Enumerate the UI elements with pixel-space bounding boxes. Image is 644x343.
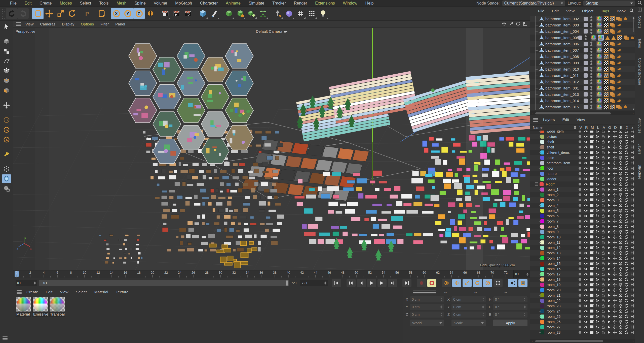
layer-render-icon[interactable] <box>589 309 594 313</box>
layer-deformers-icon[interactable] <box>618 330 623 334</box>
layer-manager-visibility-icon[interactable] <box>594 246 600 250</box>
layer-render-icon[interactable] <box>589 131 594 133</box>
layer-view-icon[interactable] <box>583 293 589 297</box>
layer-expressions-icon[interactable] <box>623 193 629 197</box>
layer-manager-menu-icon[interactable] <box>533 117 538 122</box>
layer-lock-icon[interactable] <box>600 135 606 139</box>
uvw-tag-icon[interactable] <box>604 23 609 27</box>
layer-generators-icon[interactable] <box>612 240 618 244</box>
material-tag-icon[interactable] <box>596 73 602 78</box>
convert-selection-tool-button[interactable] <box>2 23 11 31</box>
layer-name[interactable]: Room <box>546 182 577 186</box>
object-name[interactable]: bathroom_item_015 <box>545 105 584 109</box>
visibility-dots[interactable] <box>590 73 592 78</box>
layer-manager-visibility-icon[interactable] <box>594 135 600 139</box>
layer-color-chip[interactable] <box>584 105 588 109</box>
layer-color-chip[interactable] <box>584 99 588 103</box>
layer-color-chip[interactable] <box>584 29 588 34</box>
layer-lock-icon[interactable] <box>600 214 606 218</box>
layer-animation-icon[interactable] <box>606 188 612 192</box>
layer-generators-icon[interactable] <box>612 230 618 234</box>
layer-deformers-icon[interactable] <box>618 188 623 192</box>
object-list-hscrollbar[interactable]: ‹› <box>530 111 635 115</box>
layer-animation-icon[interactable] <box>606 288 612 292</box>
display-tag-icon[interactable] <box>617 73 621 78</box>
layer-render-icon[interactable] <box>589 240 594 244</box>
object-name[interactable]: bathroom_item_014 <box>545 99 584 103</box>
layer-expressions-icon[interactable] <box>623 240 629 244</box>
layer-row[interactable]: room_26 <box>530 319 635 324</box>
layer-generators-icon[interactable] <box>612 219 618 223</box>
layer-row[interactable]: picture <box>530 134 635 139</box>
texture-mode-button[interactable] <box>2 47 11 56</box>
layer-generators-icon[interactable] <box>612 166 618 170</box>
layer-color-chip[interactable] <box>584 80 588 84</box>
menu-volume[interactable]: Volume <box>150 1 171 5</box>
viewport-menu-filter[interactable]: Filter <box>97 22 112 26</box>
layer-lock-icon[interactable] <box>600 209 606 213</box>
layer-render-icon[interactable] <box>589 288 594 292</box>
toggle-view-icon[interactable] <box>523 21 527 27</box>
uvw-tag-icon[interactable] <box>604 54 609 59</box>
layer-animation-icon[interactable] <box>606 156 612 160</box>
layer-name[interactable]: shelf <box>547 145 577 149</box>
layer-xref-icon[interactable] <box>629 172 635 176</box>
toggle-preview-range-button[interactable] <box>518 279 527 287</box>
layer-manager-visibility-icon[interactable] <box>594 293 600 297</box>
layer-lock-icon[interactable] <box>600 225 606 229</box>
material-menu-create[interactable]: Create <box>23 290 42 294</box>
layer-lock-icon[interactable] <box>600 246 606 250</box>
object-row[interactable]: bathroom_item_002 <box>530 16 635 22</box>
layer-manager-visibility-icon[interactable] <box>594 304 600 308</box>
layer-render-icon[interactable] <box>589 203 594 207</box>
layer-expressions-icon[interactable] <box>623 156 629 160</box>
layer-view-icon[interactable] <box>583 272 589 276</box>
layer-view-icon[interactable] <box>583 209 589 213</box>
layer-solo-icon[interactable] <box>577 140 583 144</box>
menu-select[interactable]: Select <box>76 1 95 5</box>
layer-expressions-icon[interactable] <box>623 315 629 319</box>
layer-row[interactable]: floor <box>530 166 635 171</box>
layer-row[interactable]: room_25 <box>530 314 635 319</box>
layer-manager-visibility-icon[interactable] <box>594 272 600 276</box>
layer-deformers-icon[interactable] <box>618 299 623 303</box>
dock-tab-structure[interactable]: Structure <box>638 165 642 179</box>
layer-generators-icon[interactable] <box>612 198 618 202</box>
size-y-field[interactable]: 0 cm <box>451 304 486 310</box>
uvw-tag-icon[interactable] <box>604 92 609 97</box>
layer-xref-icon[interactable] <box>629 214 635 218</box>
layer-render-icon[interactable] <box>589 272 594 276</box>
keyframe-selection-button[interactable] <box>442 279 451 287</box>
layer-xref-icon[interactable] <box>629 299 635 303</box>
layer-row[interactable]: room_15 <box>530 261 635 266</box>
record-parameter-button[interactable]: P <box>483 279 492 287</box>
uvw-tag-icon[interactable] <box>617 35 622 40</box>
layer-animation-icon[interactable] <box>606 330 612 334</box>
layer-expressions-icon[interactable] <box>623 177 629 181</box>
layer-xref-icon[interactable] <box>629 272 635 276</box>
layer-row[interactable]: room_9 <box>530 229 635 234</box>
snap-enabled-button[interactable] <box>2 174 11 183</box>
layer-view-icon[interactable] <box>583 315 589 319</box>
model-mode-button[interactable] <box>2 37 11 46</box>
dock-tab-layers[interactable]: Layers <box>638 143 642 154</box>
layer-lock-icon[interactable] <box>600 177 606 181</box>
layer-render-icon[interactable] <box>589 230 594 234</box>
size-x-field[interactable]: 0 cm <box>451 296 486 302</box>
object-name[interactable]: bathroom_item_006 <box>545 42 584 46</box>
layer-manager-visibility-icon[interactable] <box>594 315 600 319</box>
workplane-mode-button[interactable] <box>2 57 11 66</box>
layer-xref-icon[interactable] <box>629 304 635 308</box>
status-menu-icon[interactable] <box>0 336 9 342</box>
layer-lock-icon[interactable] <box>600 288 606 292</box>
layer-deformers-icon[interactable] <box>618 293 623 297</box>
polygon-object-icon[interactable] <box>539 42 544 47</box>
polygon-object-icon[interactable] <box>539 23 544 28</box>
object-manager-menu-view[interactable]: View <box>562 9 578 13</box>
layer-lock-icon[interactable] <box>600 188 606 192</box>
layer-xref-icon[interactable] <box>629 251 635 255</box>
layer-animation-icon[interactable] <box>606 219 612 223</box>
layer-expressions-icon[interactable] <box>623 225 629 229</box>
layer-color-chip[interactable] <box>584 67 588 71</box>
layer-animation-icon[interactable] <box>606 299 612 303</box>
